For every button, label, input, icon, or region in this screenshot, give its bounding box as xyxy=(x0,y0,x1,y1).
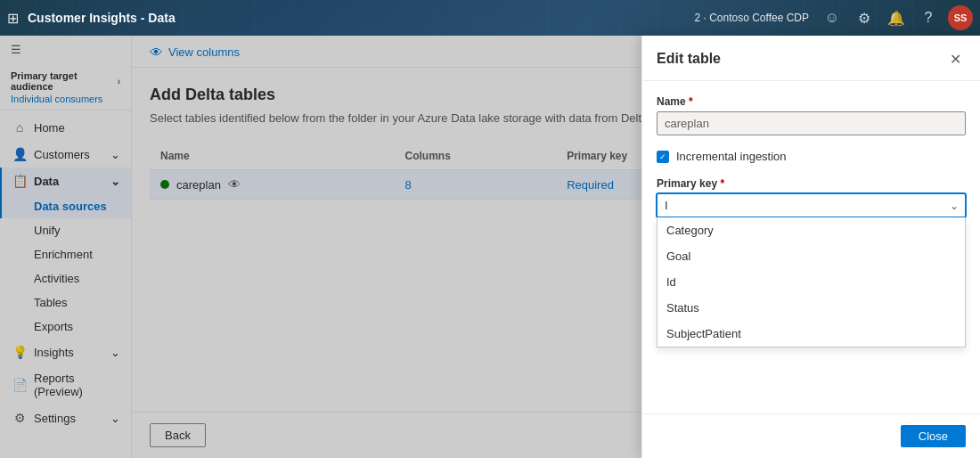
name-input[interactable] xyxy=(657,111,966,135)
dropdown-option-subjectpatient[interactable]: SubjectPatient xyxy=(657,321,965,347)
avatar[interactable]: SS xyxy=(948,5,973,30)
grid-icon[interactable]: ⊞ xyxy=(7,10,19,27)
close-action-button[interactable]: Close xyxy=(901,425,966,447)
name-field-label: Name xyxy=(657,95,966,108)
dropdown-list: Category Goal Id Status SubjectPatient xyxy=(657,217,966,348)
face-icon[interactable]: ☺ xyxy=(820,5,845,30)
primary-key-dropdown: ⌄ Category Goal Id Status SubjectPatient xyxy=(657,193,966,217)
edit-panel-title: Edit table xyxy=(657,51,721,67)
bell-icon[interactable]: 🔔 xyxy=(884,5,909,30)
app-title: Customer Insights - Data xyxy=(28,11,694,25)
edit-panel-body: Name Incremental ingestion Primary key ⌄… xyxy=(642,81,980,413)
dropdown-option-id[interactable]: Id xyxy=(657,269,965,295)
help-icon[interactable]: ? xyxy=(916,5,941,30)
top-nav: ⊞ Customer Insights - Data 2 · Contoso C… xyxy=(0,0,980,36)
name-field-group: Name xyxy=(657,95,966,135)
org-label: 2 · Contoso Coffee CDP xyxy=(694,12,809,24)
settings-icon[interactable]: ⚙ xyxy=(852,5,877,30)
primary-key-group: Primary key ⌄ Category Goal Id Status Su… xyxy=(657,177,966,217)
nav-right: 2 · Contoso Coffee CDP ☺ ⚙ 🔔 ? SS xyxy=(694,5,973,30)
edit-panel: Edit table ✕ Name Incremental ingestion … xyxy=(641,36,980,458)
dropdown-option-category[interactable]: Category xyxy=(657,217,965,243)
edit-panel-header: Edit table ✕ xyxy=(642,36,980,81)
primary-key-label: Primary key xyxy=(657,177,966,190)
dropdown-option-status[interactable]: Status xyxy=(657,295,965,321)
incremental-ingestion-row: Incremental ingestion xyxy=(657,150,966,163)
edit-panel-close-icon[interactable]: ✕ xyxy=(944,48,966,70)
incremental-ingestion-checkbox[interactable] xyxy=(657,151,669,163)
edit-panel-footer: Close xyxy=(642,413,980,458)
dropdown-option-goal[interactable]: Goal xyxy=(657,243,965,269)
primary-key-search-input[interactable] xyxy=(657,193,966,217)
incremental-ingestion-label: Incremental ingestion xyxy=(676,150,787,163)
